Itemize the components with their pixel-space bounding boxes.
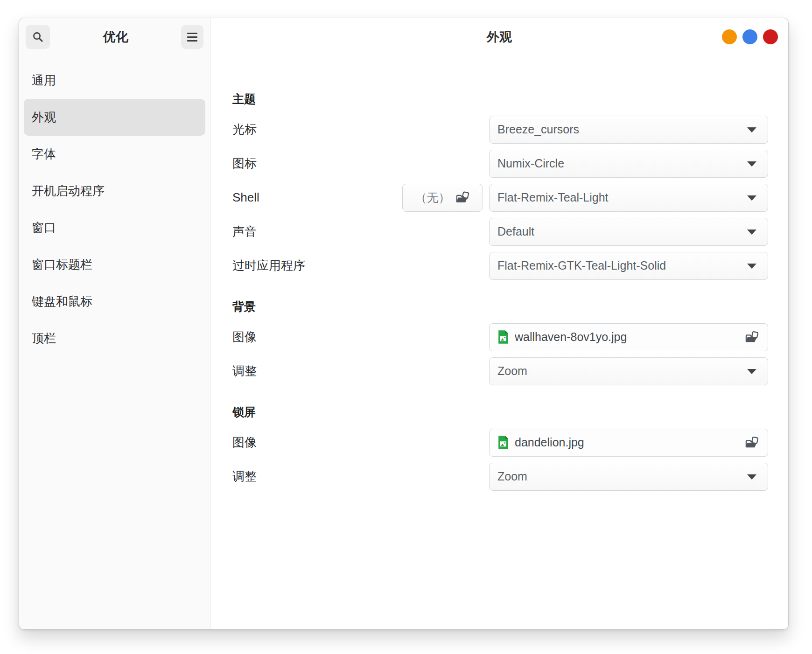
themes-section: 主题 光标 Breeze_cursors 图标 Numix-Circle <box>232 89 768 283</box>
background-section: 背景 图像 wallhaven-8ov1yo.jpg <box>232 297 768 388</box>
shell-theme-row: Shell （无） Flat-Remix-Teal-Light <box>232 181 768 215</box>
chevron-down-icon <box>747 127 756 132</box>
minimize-button[interactable] <box>722 29 737 44</box>
lockscreen-image-file-button[interactable]: dandelion.jpg <box>489 429 768 457</box>
chevron-down-icon <box>747 369 756 374</box>
gnome-tweaks-window: 优化 通用 外观 字体 开机启动程序 窗口 窗口标题栏 键盘和鼠标 顶栏 外观 <box>19 18 789 630</box>
lockscreen-adjustment-dropdown[interactable]: Zoom <box>489 463 768 491</box>
chevron-down-icon <box>747 161 756 167</box>
chevron-down-icon <box>747 230 756 235</box>
image-file-icon <box>497 330 509 344</box>
background-adjustment-row: 调整 Zoom <box>232 354 768 388</box>
folder-open-icon <box>456 191 470 204</box>
sidebar-list: 通用 外观 字体 开机启动程序 窗口 窗口标题栏 键盘和鼠标 顶栏 <box>19 56 210 357</box>
background-image-file-button[interactable]: wallhaven-8ov1yo.jpg <box>489 323 768 351</box>
section-title-themes: 主题 <box>232 89 768 109</box>
folder-open-icon <box>745 331 759 343</box>
menu-button[interactable] <box>181 25 203 49</box>
sidebar-item-window-titlebars[interactable]: 窗口标题栏 <box>24 246 205 283</box>
sound-theme-row: 声音 Default <box>232 215 768 249</box>
close-button[interactable] <box>763 29 778 44</box>
chevron-down-icon <box>747 474 756 480</box>
cursor-theme-dropdown[interactable]: Breeze_cursors <box>489 116 768 144</box>
sidebar-item-keyboard-mouse[interactable]: 键盘和鼠标 <box>24 283 205 320</box>
lock-screen-section: 锁屏 图像 dandelion.jpg <box>232 402 768 494</box>
icon-theme-dropdown[interactable]: Numix-Circle <box>489 150 768 178</box>
page-title: 外观 <box>487 28 512 45</box>
legacy-applications-theme-dropdown[interactable]: Flat-Remix-GTK-Teal-Light-Solid <box>489 252 768 280</box>
sidebar-item-top-bar[interactable]: 顶栏 <box>24 320 205 357</box>
search-button[interactable] <box>26 25 50 49</box>
lockscreen-adjustment-row: 调整 Zoom <box>232 459 768 494</box>
shell-theme-file-button[interactable]: （无） <box>402 184 483 212</box>
window-controls <box>722 18 778 56</box>
section-title-background: 背景 <box>232 297 768 316</box>
chevron-down-icon <box>747 195 756 201</box>
legacy-applications-row: 过时应用程序 Flat-Remix-GTK-Teal-Light-Solid <box>232 249 768 283</box>
sidebar: 优化 通用 外观 字体 开机启动程序 窗口 窗口标题栏 键盘和鼠标 顶栏 <box>19 18 210 629</box>
search-icon <box>32 31 44 43</box>
sound-theme-dropdown[interactable]: Default <box>489 218 768 246</box>
appearance-content: 主题 光标 Breeze_cursors 图标 Numix-Circle <box>210 56 788 508</box>
section-title-lock-screen: 锁屏 <box>232 402 768 422</box>
sidebar-item-startup-applications[interactable]: 开机启动程序 <box>24 173 205 209</box>
folder-open-icon <box>745 436 759 449</box>
image-file-icon <box>497 435 509 450</box>
sidebar-item-windows[interactable]: 窗口 <box>24 209 205 246</box>
cursor-theme-row: 光标 Breeze_cursors <box>232 112 768 146</box>
chevron-down-icon <box>747 264 756 269</box>
sidebar-item-appearance[interactable]: 外观 <box>24 99 205 136</box>
app-title: 优化 <box>54 28 177 45</box>
sidebar-item-fonts[interactable]: 字体 <box>24 136 205 173</box>
hamburger-icon <box>187 33 197 42</box>
main-panel: 外观 主题 光标 Breeze_cursors <box>210 18 788 629</box>
sidebar-header: 优化 <box>19 18 210 56</box>
main-header: 外观 <box>210 18 788 56</box>
background-image-row: 图像 wallhaven-8ov1yo.jpg <box>232 320 768 354</box>
shell-theme-dropdown[interactable]: Flat-Remix-Teal-Light <box>489 184 768 212</box>
background-adjustment-dropdown[interactable]: Zoom <box>489 357 768 385</box>
icon-theme-row: 图标 Numix-Circle <box>232 146 768 181</box>
sidebar-item-general[interactable]: 通用 <box>24 62 205 99</box>
maximize-button[interactable] <box>742 29 757 44</box>
lockscreen-image-row: 图像 dandelion.jpg <box>232 425 768 459</box>
